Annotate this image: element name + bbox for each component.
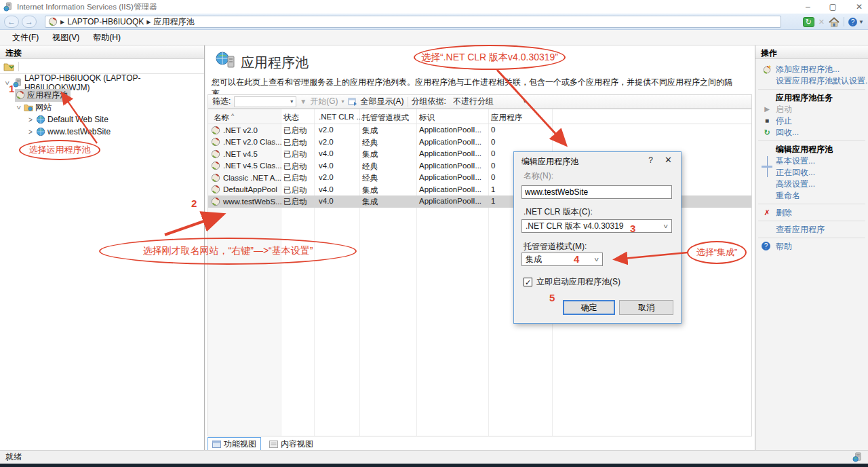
- list-header[interactable]: ^ 名称状态.NET CLR ...托管管道模式标识应用程序: [208, 109, 751, 124]
- column-header[interactable]: 应用程序: [491, 113, 522, 123]
- toolbar-divider: [18, 62, 19, 71]
- action-设置应用程序池默认设置[interactable]: 设置应用程序池默认设置...: [755, 75, 868, 86]
- actions-divider: [758, 221, 865, 221]
- restart-icon[interactable]: ↻: [803, 17, 814, 27]
- action-回收[interactable]: ↻回收...: [755, 127, 868, 138]
- action-正在回收[interactable]: 正在回收...: [755, 167, 868, 178]
- sites-folder-icon: [24, 102, 33, 112]
- toolbar-divider: [408, 97, 408, 107]
- menu-item[interactable]: 帮助(H): [87, 31, 126, 45]
- column-header[interactable]: 名称: [214, 113, 229, 123]
- cancel-button[interactable]: 取消: [619, 300, 673, 315]
- close-button[interactable]: ✕: [856, 2, 863, 12]
- save-connections-icon[interactable]: [3, 62, 14, 71]
- sort-ascending-icon: ^: [231, 113, 234, 119]
- column-header[interactable]: .NET CLR ...: [319, 113, 363, 121]
- group-by-label: 分组依据:: [412, 96, 446, 107]
- cell-name: DefaultAppPool: [223, 185, 277, 193]
- column-header[interactable]: 托管管道模式: [362, 113, 409, 123]
- action-重命名[interactable]: 重命名: [755, 190, 868, 201]
- pipeline-mode-label: 托管管道模式(M):: [524, 241, 587, 253]
- tree-item-sites[interactable]: > 网站: [0, 101, 204, 113]
- autostart-row: ✓ 立即启动应用程序池(S): [524, 276, 620, 288]
- app-pool-icon: [211, 185, 220, 194]
- help-menu[interactable]: ? ▼: [848, 18, 864, 26]
- table-row[interactable]: .NET v2.0 Clas...已启动v2.0经典ApplicationPoo…: [208, 136, 751, 149]
- tree-item-test-web-site[interactable]: > www.testWebSite: [0, 126, 204, 138]
- back-button[interactable]: ←: [4, 16, 19, 28]
- connections-header: 连接: [0, 45, 204, 59]
- maximize-button[interactable]: ▢: [829, 2, 837, 12]
- menu-item[interactable]: 视图(V): [47, 31, 85, 45]
- show-all-button[interactable]: 全部显示(A): [361, 96, 404, 107]
- tree-item-server[interactable]: > LAPTOP-HB6IUOQK (LAPTOP-HB6IUOQK\WJM): [0, 77, 204, 89]
- chevron-down-icon: ▾: [524, 98, 526, 105]
- home-icon[interactable]: [829, 17, 840, 27]
- column-header[interactable]: 状态: [283, 113, 299, 123]
- column-header[interactable]: 标识: [419, 113, 435, 123]
- cell-status: 已启动: [283, 162, 307, 172]
- cell-pipeline-mode: 集成: [362, 126, 378, 136]
- cell-pipeline-mode: 集成: [362, 185, 378, 195]
- app-pool-icon: [16, 90, 25, 100]
- cell-name: .NET v2.0: [223, 126, 258, 134]
- filter-input[interactable]: ▾: [234, 96, 296, 107]
- action-基本设置[interactable]: 基本设置...: [755, 155, 868, 166]
- cell-applications: 1: [491, 197, 495, 205]
- group-by-select[interactable]: 不进行分组▾: [450, 96, 530, 107]
- action-查看应用程序[interactable]: 查看应用程序: [755, 224, 868, 235]
- forward-button[interactable]: →: [22, 16, 37, 28]
- cell-pipeline-mode: 集成: [362, 197, 378, 207]
- menu-item[interactable]: 文件(F): [7, 31, 44, 45]
- actions-group-header: 编辑应用程序池: [755, 144, 868, 155]
- app-pool-icon: [211, 161, 220, 170]
- chevron-down-icon: ▾: [342, 98, 344, 105]
- pipeline-mode-select[interactable]: 集成>: [521, 253, 603, 266]
- basic-settings-icon: [762, 156, 772, 166]
- table-row[interactable]: .NET v2.0已启动v2.0集成ApplicationPoolI...0: [208, 124, 751, 136]
- tab-content-view[interactable]: 内容视图: [265, 438, 317, 451]
- action-高级设置[interactable]: 高级设置...: [755, 179, 868, 189]
- cell-name: .NET v4.5 Clas...: [223, 162, 282, 170]
- tree-selection[interactable]: 应用程序池: [15, 89, 71, 102]
- actions-divider: [758, 238, 865, 238]
- dialog-help-button[interactable]: ?: [648, 155, 653, 165]
- chevron-down-icon: >: [663, 224, 670, 228]
- tab-features-view[interactable]: 功能视图: [208, 437, 261, 451]
- taskbar-strip: [0, 464, 868, 467]
- status-bar: 就绪: [0, 450, 868, 464]
- autostart-checkbox[interactable]: ✓: [524, 278, 532, 286]
- minimize-button[interactable]: –: [806, 2, 810, 12]
- action-帮助[interactable]: ?帮助: [755, 241, 868, 252]
- breadcrumb-app-pools[interactable]: 应用程序池: [153, 16, 194, 28]
- cell-status: 已启动: [283, 173, 307, 183]
- chevron-collapsed-icon[interactable]: >: [27, 116, 34, 124]
- site-globe-icon: [36, 115, 45, 124]
- connections-toolbar: [0, 59, 204, 74]
- chevron-expanded-icon[interactable]: >: [3, 79, 11, 86]
- cell-name: .NET v2.0 Clas...: [223, 138, 282, 146]
- help-icon: ?: [762, 242, 770, 250]
- clr-version-select[interactable]: .NET CLR 版本 v4.0.30319>: [521, 219, 672, 233]
- chevron-expanded-icon[interactable]: >: [15, 104, 22, 111]
- dialog-close-button[interactable]: ✕: [665, 155, 672, 165]
- action-停止[interactable]: ■停止: [755, 115, 868, 126]
- name-input[interactable]: [521, 185, 672, 199]
- cell-identity: ApplicationPoolI...: [419, 173, 481, 181]
- app-pool-icon: [211, 126, 220, 135]
- features-view-icon: [212, 441, 221, 448]
- app-pool-icon: [48, 17, 58, 26]
- action-删除[interactable]: ✗删除: [755, 207, 868, 218]
- cell-identity: ApplicationPoolI...: [419, 138, 481, 146]
- add-app-pool-icon: [762, 64, 772, 74]
- ok-button[interactable]: 确定: [563, 300, 615, 315]
- go-button[interactable]: 开始(G): [310, 96, 338, 107]
- tree-item-default-web-site[interactable]: > Default Web Site: [0, 113, 204, 126]
- breadcrumb-server[interactable]: LAPTOP-HB6IUOQK: [67, 17, 144, 26]
- chevron-collapsed-icon[interactable]: >: [27, 128, 34, 136]
- page-title: 应用程序池: [241, 54, 309, 72]
- action-添加应用程序池[interactable]: 添加应用程序池...: [755, 64, 868, 75]
- address-box[interactable]: ▶ LAPTOP-HB6IUOQK ▶ 应用程序池: [45, 16, 781, 28]
- actions-divider: [758, 141, 865, 141]
- cell-clr-version: v2.0: [319, 126, 334, 134]
